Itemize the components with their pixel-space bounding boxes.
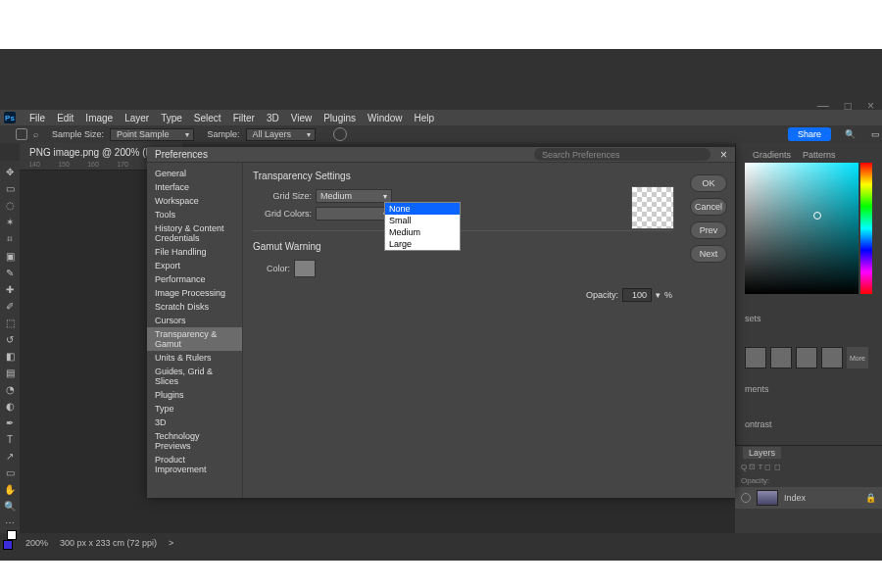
- preset-more-button[interactable]: More: [847, 347, 868, 368]
- bg-color-swatch[interactable]: [7, 530, 17, 540]
- history-brush-icon[interactable]: ↺: [3, 334, 17, 345]
- menu-3d[interactable]: 3D: [261, 113, 285, 123]
- opacity-stepper-icon[interactable]: ▾: [656, 290, 661, 300]
- dropdown-option[interactable]: Small: [385, 215, 460, 226]
- sample-select[interactable]: All Layers: [246, 128, 317, 141]
- menu-type[interactable]: Type: [155, 113, 188, 123]
- adjustments-header-cut[interactable]: ments: [745, 382, 872, 396]
- blur-tool-icon[interactable]: ◔: [3, 384, 17, 395]
- path-tool-icon[interactable]: ↗: [3, 451, 17, 462]
- dialog-close-icon[interactable]: ×: [720, 148, 727, 162]
- hue-slider[interactable]: [860, 163, 872, 294]
- menu-filter[interactable]: Filter: [227, 113, 261, 123]
- libraries-header-cut[interactable]: ontrast: [745, 417, 872, 431]
- opacity-input[interactable]: 100: [622, 288, 652, 302]
- menu-help[interactable]: Help: [409, 113, 441, 123]
- gradients-tab[interactable]: Gradients: [753, 150, 791, 160]
- prefs-nav-item[interactable]: History & Content Credentials: [147, 221, 242, 245]
- prev-button[interactable]: Prev: [690, 221, 727, 239]
- type-tool-icon[interactable]: T: [3, 434, 17, 445]
- menu-select[interactable]: Select: [188, 113, 227, 123]
- menu-file[interactable]: File: [24, 113, 51, 123]
- zoom-tool-icon[interactable]: 🔍: [3, 501, 17, 512]
- preferences-search-input[interactable]: Search Preferences: [534, 148, 710, 161]
- share-button[interactable]: Share: [788, 127, 831, 141]
- dodge-tool-icon[interactable]: ◐: [3, 401, 17, 412]
- heal-tool-icon[interactable]: ✚: [3, 284, 17, 295]
- prefs-nav-item[interactable]: File Handling: [147, 245, 242, 259]
- cancel-button[interactable]: Cancel: [690, 198, 727, 216]
- prefs-nav-item[interactable]: Performance: [147, 272, 242, 286]
- dropdown-option[interactable]: None: [385, 203, 460, 215]
- next-button[interactable]: Next: [690, 245, 727, 263]
- grid-size-select[interactable]: Medium: [316, 189, 392, 203]
- prefs-nav-item[interactable]: Plugins: [147, 388, 242, 402]
- gradient-tool-icon[interactable]: ▤: [3, 368, 17, 378]
- wand-tool-icon[interactable]: ✶: [3, 217, 17, 227]
- brush-tool-icon[interactable]: ✐: [3, 301, 17, 312]
- prefs-nav-item[interactable]: Interface: [147, 180, 242, 194]
- lasso-tool-icon[interactable]: ◌: [3, 200, 17, 211]
- workspace-icon[interactable]: ▭: [868, 127, 882, 141]
- prefs-nav-item[interactable]: Type: [147, 402, 242, 416]
- ok-button[interactable]: OK: [690, 174, 727, 192]
- frame-tool-icon[interactable]: ▣: [3, 251, 17, 262]
- color-picker-ring[interactable]: [813, 212, 821, 220]
- marquee-tool-icon[interactable]: ▭: [3, 183, 17, 194]
- menu-image[interactable]: Image: [79, 113, 119, 123]
- preset-thumb[interactable]: [770, 347, 792, 368]
- menu-edit[interactable]: Edit: [51, 113, 79, 123]
- lock-icon[interactable]: 🔒: [865, 493, 876, 503]
- preset-thumb[interactable]: [796, 347, 817, 368]
- prefs-nav-item[interactable]: Export: [147, 259, 242, 272]
- prefs-nav-item[interactable]: Scratch Disks: [147, 300, 242, 314]
- menu-plugins[interactable]: Plugins: [318, 113, 362, 123]
- fg-color-swatch[interactable]: [3, 540, 13, 550]
- visibility-icon[interactable]: [741, 493, 751, 503]
- color-field[interactable]: [745, 163, 858, 294]
- dropdown-option[interactable]: Large: [385, 238, 460, 250]
- opacity-label: Opacity:: [586, 290, 618, 300]
- home-icon[interactable]: [16, 128, 27, 140]
- pen-tool-icon[interactable]: ✒: [3, 417, 17, 428]
- menu-layer[interactable]: Layer: [119, 113, 155, 123]
- hand-tool-icon[interactable]: ✋: [3, 484, 17, 495]
- prefs-nav-item[interactable]: Units & Rulers: [147, 351, 242, 365]
- gamut-color-swatch[interactable]: [294, 260, 316, 277]
- preset-thumb[interactable]: [821, 347, 843, 368]
- panel-header-cut[interactable]: sets: [745, 312, 872, 325]
- layers-tab[interactable]: Layers: [743, 447, 781, 459]
- sample-size-select[interactable]: Point Sample: [110, 128, 194, 141]
- status-arrow-icon[interactable]: >: [169, 538, 173, 548]
- layer-thumbnail[interactable]: [757, 490, 778, 506]
- prefs-nav-item[interactable]: Image Processing: [147, 286, 242, 300]
- prefs-nav-item[interactable]: Technology Previews: [147, 429, 242, 453]
- shape-tool-icon[interactable]: ▭: [3, 467, 17, 478]
- eyedropper-tool-icon[interactable]: ✎: [3, 268, 17, 278]
- stamp-tool-icon[interactable]: ⬚: [3, 318, 17, 328]
- prefs-nav-item[interactable]: Product Improvement: [147, 453, 242, 476]
- patterns-tab[interactable]: Patterns: [803, 150, 836, 160]
- prefs-nav-item[interactable]: Guides, Grid & Slices: [147, 365, 242, 388]
- layer-name[interactable]: Index: [784, 493, 806, 503]
- eraser-tool-icon[interactable]: ◧: [3, 351, 17, 362]
- menu-window[interactable]: Window: [362, 113, 409, 123]
- zoom-level[interactable]: 200%: [25, 538, 48, 548]
- search-icon[interactable]: 🔍: [843, 127, 857, 141]
- menu-view[interactable]: View: [285, 113, 318, 123]
- more-tools-icon[interactable]: ⋯: [3, 517, 17, 528]
- layer-filter-row[interactable]: Q ⊡ T ◻ ◻: [735, 460, 882, 473]
- prefs-nav-item[interactable]: General: [147, 167, 242, 180]
- prefs-nav-item[interactable]: Tools: [147, 208, 242, 221]
- prefs-nav-item[interactable]: Cursors: [147, 314, 242, 327]
- dropdown-option[interactable]: Medium: [385, 226, 460, 238]
- preset-thumb[interactable]: [745, 347, 766, 368]
- crop-tool-icon[interactable]: ⌗: [3, 233, 17, 245]
- prefs-nav-item[interactable]: 3D: [147, 416, 242, 429]
- show-ring-icon[interactable]: [333, 127, 347, 141]
- status-bar: 200% 300 px x 233 cm (72 ppi) >: [20, 535, 173, 551]
- grid-colors-select[interactable]: [316, 207, 392, 220]
- prefs-nav-item[interactable]: Workspace: [147, 194, 242, 208]
- prefs-nav-item[interactable]: Transparency & Gamut: [147, 327, 242, 351]
- move-tool-icon[interactable]: ✥: [3, 167, 17, 177]
